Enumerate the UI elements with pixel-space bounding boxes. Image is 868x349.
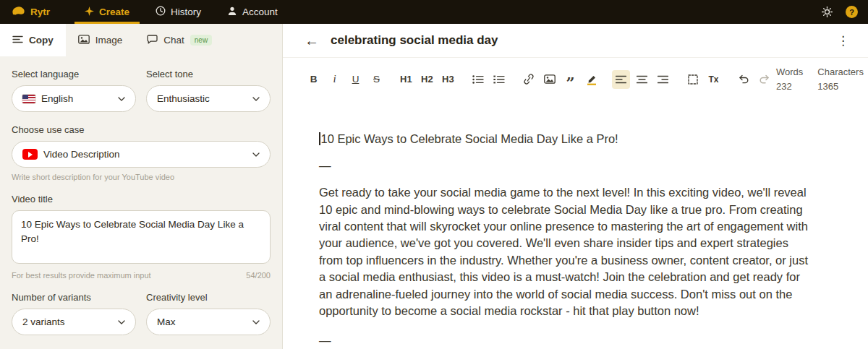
- tab-image-label: Image: [95, 35, 123, 46]
- undo-button[interactable]: [734, 70, 752, 89]
- select-all-button[interactable]: [684, 70, 702, 89]
- use-case-select[interactable]: Video Description: [12, 141, 271, 168]
- creativity-label: Creativity level: [146, 292, 271, 303]
- sidebar: Copy Image Chat new Select language: [0, 24, 283, 349]
- nav-item-history[interactable]: History: [142, 0, 214, 24]
- video-title-label: Video title: [12, 194, 271, 204]
- doc-heading-line: 10 Epic Ways to Celebrate Social Media D…: [319, 131, 814, 147]
- theme-toggle-icon[interactable]: [822, 7, 833, 17]
- tone-select[interactable]: Enthusiastic: [146, 85, 271, 112]
- clear-format-button[interactable]: Tx: [705, 70, 723, 89]
- chevron-down-icon: [252, 320, 260, 324]
- document-body[interactable]: 10 Epic Ways to Celebrate Social Media D…: [283, 102, 843, 349]
- chevron-down-icon: [252, 97, 260, 101]
- words-value: 232: [776, 79, 803, 94]
- tab-chat[interactable]: Chat new: [135, 24, 224, 56]
- align-center-button[interactable]: [633, 70, 651, 89]
- bold-button[interactable]: B: [305, 70, 323, 89]
- sidebar-tabs: Copy Image Chat new: [0, 24, 282, 56]
- variants-label: Number of variants: [12, 292, 136, 303]
- h1-button[interactable]: H1: [397, 70, 415, 89]
- chevron-down-icon: [118, 97, 125, 101]
- divider-dash: —: [319, 332, 814, 349]
- bullet-list-button[interactable]: [469, 70, 487, 89]
- ordered-list-button[interactable]: [490, 70, 508, 89]
- characters-label: Characters: [817, 65, 864, 79]
- sidebar-form: Select language English Select tone Enth…: [0, 56, 282, 335]
- highlight-button[interactable]: [582, 70, 600, 89]
- chat-tab-icon: [147, 35, 158, 46]
- align-left-button[interactable]: [612, 70, 630, 89]
- us-flag-icon: [22, 95, 35, 103]
- use-case-helper: Write short description for your YouTube…: [12, 173, 271, 181]
- tab-image[interactable]: Image: [66, 24, 135, 56]
- video-title-input[interactable]: 10 Epic Ways to Celebrate Social Media D…: [12, 210, 271, 264]
- rytr-logo-icon: [12, 6, 25, 18]
- use-case-value: Video Description: [43, 149, 120, 160]
- nav-account-label: Account: [242, 7, 278, 17]
- creativity-select[interactable]: Max: [146, 309, 271, 335]
- sparkle-icon: [85, 7, 94, 18]
- word-stats: Words 232 Characters 1365: [776, 65, 865, 93]
- use-case-label: Choose use case: [12, 124, 271, 135]
- document-title: celebrating social media day: [331, 33, 498, 48]
- copy-tab-icon: [12, 35, 23, 46]
- align-right-button[interactable]: [654, 70, 672, 89]
- char-counter: 54/200: [246, 271, 271, 280]
- top-navbar: Rytr Create History Account ?: [0, 0, 868, 24]
- tone-value: Enthusiastic: [157, 93, 210, 104]
- chevron-down-icon: [118, 320, 125, 324]
- redo-button[interactable]: [755, 70, 773, 89]
- language-value: English: [41, 93, 73, 104]
- youtube-icon: [22, 149, 38, 160]
- document-header: ← celebrating social media day ⋮: [283, 24, 868, 58]
- image-button[interactable]: [540, 70, 558, 89]
- rytr-logo[interactable]: Rytr: [12, 0, 50, 24]
- video-title-helper: For best results provide maximum input: [12, 271, 151, 280]
- divider-dash: —: [319, 158, 814, 174]
- language-label: Select language: [12, 69, 136, 79]
- tone-label: Select tone: [146, 69, 271, 79]
- nav-history-label: History: [171, 7, 201, 17]
- words-label: Words: [776, 65, 803, 79]
- h2-button[interactable]: H2: [418, 70, 436, 89]
- tab-copy-label: Copy: [29, 35, 54, 46]
- blockquote-button[interactable]: ”: [561, 70, 579, 89]
- person-icon: [227, 6, 237, 18]
- kebab-menu-icon[interactable]: ⋮: [831, 30, 855, 51]
- image-tab-icon: [78, 35, 90, 46]
- chevron-down-icon: [252, 152, 260, 157]
- doc-paragraph: Get ready to take your social media game…: [319, 184, 814, 319]
- nav-item-account[interactable]: Account: [214, 0, 291, 24]
- variants-select[interactable]: 2 variants: [12, 309, 136, 335]
- text-cursor: [319, 132, 320, 145]
- link-button[interactable]: [519, 70, 537, 89]
- creativity-value: Max: [157, 316, 176, 327]
- h3-button[interactable]: H3: [439, 70, 457, 89]
- language-select[interactable]: English: [12, 85, 136, 112]
- brand-name: Rytr: [30, 7, 50, 17]
- back-arrow-icon[interactable]: ←: [305, 33, 319, 48]
- editor-toolbar: B i U S H1 H2 H3 ”: [283, 58, 868, 102]
- variants-value: 2 variants: [22, 316, 65, 327]
- clock-icon: [156, 6, 166, 18]
- nav-item-create[interactable]: Create: [72, 0, 142, 24]
- tab-chat-label: Chat: [163, 35, 184, 46]
- nav-create-label: Create: [99, 7, 129, 17]
- editor-panel: ← celebrating social media day ⋮ B i U S…: [283, 24, 868, 349]
- underline-button[interactable]: U: [346, 70, 365, 89]
- doc-heading: 10 Epic Ways to Celebrate Social Media D…: [321, 132, 618, 145]
- strikethrough-button[interactable]: S: [367, 70, 386, 89]
- italic-button[interactable]: i: [326, 70, 344, 89]
- help-icon[interactable]: ?: [846, 6, 858, 18]
- characters-value: 1365: [817, 79, 864, 94]
- tab-copy[interactable]: Copy: [0, 24, 66, 56]
- new-badge: new: [190, 35, 212, 46]
